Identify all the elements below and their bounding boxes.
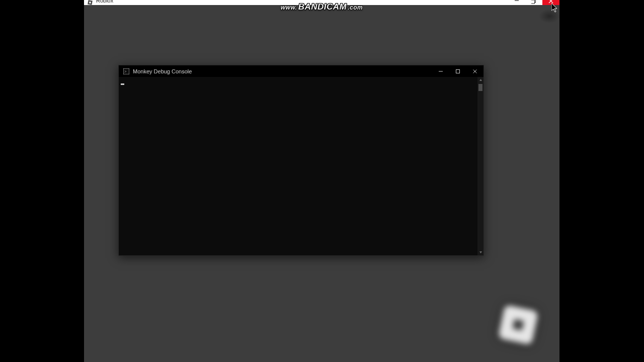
- svg-marker-13: [479, 79, 482, 81]
- console-app-icon: >: [123, 68, 130, 75]
- console-scrollbar[interactable]: [477, 77, 484, 255]
- background-window-titlebar[interactable]: Roblox: [84, 0, 559, 5]
- scroll-thumb[interactable]: [478, 84, 482, 91]
- watermark-prefix: www.: [281, 4, 297, 11]
- console-maximize-button[interactable]: [449, 65, 466, 77]
- console-output[interactable]: [119, 77, 477, 255]
- console-title: Monkey Debug Console: [133, 68, 192, 74]
- background-close-button[interactable]: [542, 0, 559, 5]
- background-window-title: Roblox: [96, 0, 113, 4]
- background-window-controls: [508, 0, 559, 5]
- console-minimize-button[interactable]: [432, 65, 449, 77]
- scroll-down-button[interactable]: [477, 249, 484, 255]
- background-minimize-button[interactable]: [508, 0, 525, 5]
- vignette-shadow: [534, 6, 565, 26]
- svg-text:>: >: [124, 69, 127, 74]
- svg-rect-1: [89, 2, 91, 3]
- console-window[interactable]: > Monkey Debug Console: [118, 65, 484, 256]
- console-cursor: [121, 83, 124, 85]
- scroll-up-button[interactable]: [477, 77, 484, 83]
- svg-rect-4: [531, 0, 535, 4]
- console-close-button[interactable]: [466, 65, 484, 77]
- background-window-icon: [86, 0, 94, 5]
- console-titlebar[interactable]: > Monkey Debug Console: [119, 65, 484, 77]
- background-maximize-button[interactable]: [525, 0, 542, 5]
- svg-rect-10: [456, 69, 460, 73]
- loading-logo: [501, 308, 535, 342]
- svg-marker-14: [479, 251, 482, 253]
- watermark-suffix: .com: [348, 4, 363, 11]
- app-stage: Roblox www.BANDICAM.com > Monkey Debug C…: [84, 0, 559, 362]
